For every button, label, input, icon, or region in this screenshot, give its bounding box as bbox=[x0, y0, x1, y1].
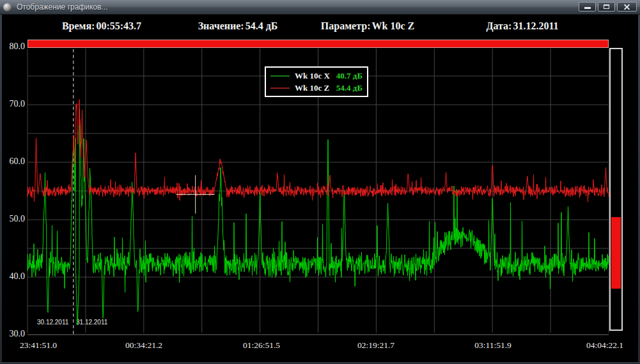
window-title: Отображение графиков... bbox=[17, 3, 107, 11]
maximize-icon bbox=[604, 4, 609, 9]
legend-row: Wk 10c Z 54.4 дБ bbox=[266, 82, 367, 94]
series-x-value: 40.7 дБ bbox=[336, 71, 363, 81]
series-z-name: Wk 10c Z bbox=[295, 83, 336, 93]
series-x-line-sample bbox=[270, 75, 290, 77]
app-icon bbox=[3, 3, 12, 11]
app-window: Отображение графиков... Время:00:55:43.7… bbox=[0, 0, 640, 364]
value-range-thumb[interactable] bbox=[611, 217, 621, 289]
series-x-name: Wk 10c X bbox=[295, 71, 336, 81]
close-icon bbox=[623, 3, 630, 10]
title-bar[interactable]: Отображение графиков... bbox=[0, 0, 640, 15]
series-z-line-sample bbox=[270, 87, 290, 89]
window-buttons bbox=[579, 2, 637, 11]
legend: Wk 10c X 40.7 дБ Wk 10c Z 54.4 дБ bbox=[265, 66, 368, 97]
maximize-button[interactable] bbox=[598, 2, 615, 11]
window-border bbox=[0, 14, 2, 364]
series-z-value: 54.4 дБ bbox=[336, 83, 363, 93]
minimize-button[interactable] bbox=[579, 2, 596, 11]
legend-row: Wk 10c X 40.7 дБ bbox=[266, 70, 367, 82]
minimize-icon bbox=[584, 7, 591, 9]
time-range-scrollbar[interactable] bbox=[27, 40, 609, 48]
chart-plot[interactable] bbox=[0, 0, 640, 364]
value-range-track[interactable] bbox=[609, 48, 623, 331]
close-button[interactable] bbox=[617, 2, 637, 11]
